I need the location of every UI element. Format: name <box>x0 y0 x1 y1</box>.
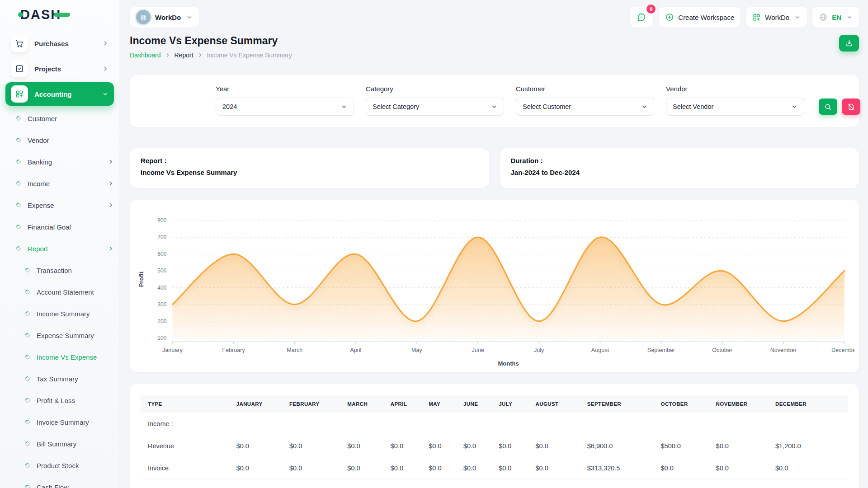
amount-cell: $0.0 <box>229 457 282 479</box>
svg-text:March: March <box>287 347 302 353</box>
messages-button[interactable]: 0 <box>630 7 653 28</box>
sidebar-item-expense[interactable]: Expense <box>5 194 114 216</box>
bullet-icon <box>15 245 22 252</box>
topbar: WorkDo 0 Create Workspace <box>130 4 859 30</box>
amount-cell: $0.0 <box>456 435 491 457</box>
chevron-right-icon <box>102 66 108 72</box>
chevron-down-icon <box>791 103 797 110</box>
apply-filter-button[interactable] <box>819 99 837 115</box>
sidebar-item-accounting[interactable]: Accounting <box>5 82 114 106</box>
workspace-menu-button[interactable]: WorkDo <box>746 7 807 28</box>
duration-summary-card: Duration : Jan-2024 to Dec-2024 <box>500 148 859 188</box>
svg-text:August: August <box>591 347 609 353</box>
sidebar-item-label: Banking <box>28 158 108 166</box>
customer-select[interactable]: Select Customer <box>516 98 654 116</box>
breadcrumb-dashboard[interactable]: Dashboard <box>130 52 161 59</box>
profit-area-chart: 100200300400500600700800JanuaryFebruaryM… <box>136 210 854 369</box>
amount-cell: $0.0 <box>229 435 282 457</box>
create-workspace-button[interactable]: Create Workspace <box>659 7 741 28</box>
language-label: EN <box>832 14 841 21</box>
svg-text:300: 300 <box>157 301 166 308</box>
section-label: Income : <box>141 413 848 435</box>
sidebar-item-label: Accounting <box>34 90 102 98</box>
sidebar-item-income-summary[interactable]: Income Summary <box>5 303 114 324</box>
sidebar-item-label: Account Statement <box>37 288 114 296</box>
sidebar-item-projects[interactable]: Projects <box>5 57 114 80</box>
bullet-icon <box>24 354 31 360</box>
sidebar-item-purchases[interactable]: Purchases <box>5 32 114 55</box>
report-label: Report : <box>141 157 478 164</box>
workspace-switcher-label: WorkDo <box>155 14 181 21</box>
download-report-button[interactable] <box>839 35 859 52</box>
amount-cell: $500.0 <box>654 435 709 457</box>
column-header-november: NOVEMBER <box>709 395 768 413</box>
svg-text:June: June <box>472 347 484 353</box>
sidebar: DASH PurchasesProjectsAccountingCustomer… <box>0 0 119 488</box>
svg-text:February: February <box>222 347 245 353</box>
cart-icon <box>11 35 28 52</box>
column-header-october: OCTOBER <box>654 395 709 413</box>
amount-cell: $0.0 <box>528 435 580 457</box>
sidebar-item-income[interactable]: Income <box>5 173 114 194</box>
building-icon <box>136 10 151 24</box>
svg-text:Profit: Profit <box>138 271 145 287</box>
amount-cell: $0.0 <box>709 457 768 479</box>
bullet-icon <box>24 462 31 469</box>
chevron-down-icon <box>341 103 347 110</box>
row-type: Invoice <box>141 457 229 479</box>
column-header-september: SEPTEMBER <box>580 395 654 413</box>
sidebar-item-cash-flow[interactable]: Cash Flow <box>5 476 114 488</box>
sidebar-item-label: Tax Summary <box>37 375 114 383</box>
create-workspace-label: Create Workspace <box>678 14 734 21</box>
bullet-icon <box>24 267 31 273</box>
sidebar-item-label: Income <box>28 180 108 188</box>
sidebar-item-vendor[interactable]: Vendor <box>5 129 114 151</box>
year-label: Year <box>216 85 354 93</box>
sidebar-item-financial-goal[interactable]: Financial Goal <box>5 216 114 238</box>
svg-text:September: September <box>647 347 675 353</box>
sidebar-item-label: Customer <box>28 115 114 122</box>
breadcrumb-report[interactable]: Report <box>175 52 193 59</box>
sidebar-item-expense-summary[interactable]: Expense Summary <box>5 324 114 346</box>
language-selector[interactable]: EN <box>812 7 859 28</box>
chevron-right-icon <box>108 159 114 165</box>
sidebar-item-label: Financial Goal <box>28 223 114 231</box>
sidebar-item-profit-loss[interactable]: Profit & Loss <box>5 389 114 411</box>
sidebar-item-banking[interactable]: Banking <box>5 151 114 173</box>
sidebar-item-bill-summary[interactable]: Bill Summary <box>5 433 114 455</box>
workspace-switcher[interactable]: WorkDo <box>130 7 199 28</box>
app-logo[interactable]: DASH <box>0 0 119 29</box>
sidebar-item-label: Product Stock <box>37 462 114 469</box>
year-select[interactable]: 2024 <box>216 98 354 116</box>
sidebar-item-tax-summary[interactable]: Tax Summary <box>5 368 114 389</box>
workspace-menu-label: WorkDo <box>765 14 789 21</box>
amount-cell: $0.0 <box>709 435 768 457</box>
bullet-icon <box>24 419 31 425</box>
sidebar-item-account-statement[interactable]: Account Statement <box>5 281 114 303</box>
sidebar-item-label: Transaction <box>37 267 114 274</box>
sidebar-item-label: Cash Flow <box>37 483 114 488</box>
category-label: Category <box>366 85 504 93</box>
amount-cell: $6,900.0 <box>580 435 654 457</box>
sidebar-item-report[interactable]: Report <box>5 238 114 259</box>
chevron-down-icon <box>491 103 497 110</box>
sidebar-item-customer[interactable]: Customer <box>5 108 114 129</box>
vendor-select[interactable]: Select Vendor <box>666 98 804 116</box>
sidebar-item-invoice-summary[interactable]: Invoice Summary <box>5 411 114 433</box>
amount-cell: $1,200.0 <box>768 435 848 457</box>
search-icon <box>824 103 832 111</box>
amount-cell: $0.0 <box>421 435 456 457</box>
reset-filter-button[interactable] <box>842 99 860 115</box>
sidebar-item-income-vs-expense[interactable]: Income Vs Expense <box>5 346 114 368</box>
amount-cell: $0.0 <box>383 435 422 457</box>
amount-cell: $0.0 <box>282 457 340 479</box>
svg-text:100: 100 <box>157 335 166 341</box>
bullet-icon <box>15 137 22 143</box>
sidebar-item-label: Expense <box>28 202 108 209</box>
category-select[interactable]: Select Category <box>366 98 504 116</box>
svg-text:January: January <box>162 347 183 353</box>
sidebar-item-product-stock[interactable]: Product Stock <box>5 455 114 476</box>
bullet-icon <box>24 289 31 295</box>
sidebar-item-transaction[interactable]: Transaction <box>5 259 114 281</box>
chat-icon <box>637 12 646 22</box>
